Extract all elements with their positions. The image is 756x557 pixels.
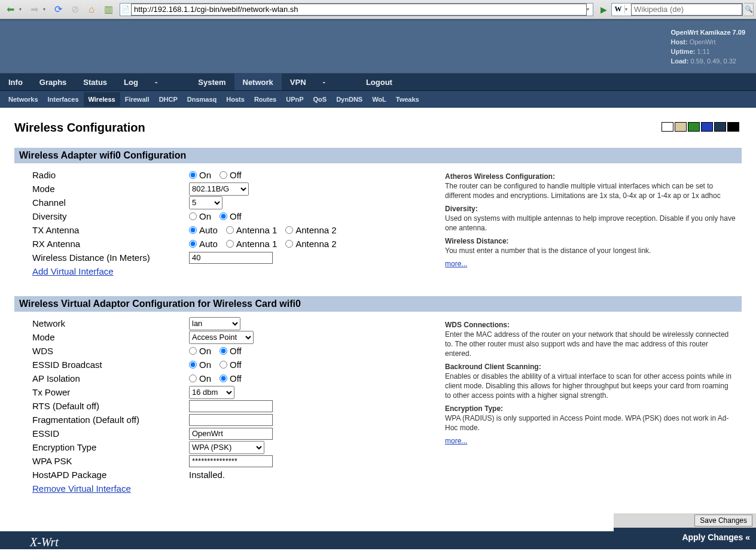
vmode-select[interactable]: Access Point: [189, 331, 254, 344]
newtab-button[interactable]: ▥: [100, 2, 116, 17]
distance-input[interactable]: [189, 252, 273, 264]
mainnav-log[interactable]: Log: [115, 74, 147, 90]
url-bar[interactable]: 📄 ▾: [120, 3, 593, 16]
distance-label: Wireless Distance (In Meters): [32, 252, 189, 263]
essidb-off[interactable]: [220, 361, 227, 369]
page-title: Wireless Configuration: [14, 121, 742, 135]
tx-auto[interactable]: [189, 226, 197, 234]
network-select[interactable]: lan: [189, 317, 240, 330]
mainnav-vpn[interactable]: VPN: [282, 74, 315, 90]
radio-off[interactable]: [220, 171, 227, 179]
tx-antenna-label: TX Antenna: [32, 225, 189, 235]
footer-brand: X-Wrt: [0, 531, 614, 549]
mainnav-info[interactable]: Info: [0, 74, 31, 90]
subnav-routes[interactable]: Routes: [249, 92, 281, 106]
wds-on[interactable]: [189, 347, 197, 355]
subnav-qos[interactable]: QoS: [309, 92, 332, 106]
url-input[interactable]: [131, 4, 587, 16]
subnav-upnp[interactable]: UPnP: [281, 92, 308, 106]
wds-off[interactable]: [220, 347, 227, 355]
essidb-on[interactable]: [189, 361, 197, 369]
mainnav-graphs[interactable]: Graphs: [31, 74, 75, 90]
hostapd-label: HostAPD Package: [32, 470, 189, 480]
apiso-on[interactable]: [189, 375, 197, 382]
subnav-dhcp[interactable]: DHCP: [154, 92, 182, 106]
apply-changes-link[interactable]: Apply Changes «: [614, 528, 756, 547]
tx-ant1[interactable]: [226, 226, 234, 234]
back-button[interactable]: ⬅: [2, 2, 18, 17]
enc-select[interactable]: WPA (PSK): [189, 441, 264, 454]
theme-swatch[interactable]: [688, 122, 700, 132]
rx-ant1[interactable]: [226, 240, 234, 248]
forward-dropdown[interactable]: ▾: [43, 7, 49, 12]
diversity-on[interactable]: [189, 212, 197, 220]
apiso-off[interactable]: [220, 375, 227, 382]
rx-auto[interactable]: [189, 240, 197, 248]
subnav-interfaces[interactable]: Interfaces: [43, 92, 84, 106]
channel-select[interactable]: 5: [189, 196, 222, 209]
rx-antenna-label: RX Antenna: [32, 239, 189, 249]
hostapd-value: Installed.: [189, 470, 225, 480]
theme-swatches: [662, 122, 739, 132]
forward-button[interactable]: ➡: [26, 2, 42, 17]
reload-button[interactable]: ⟳: [50, 2, 66, 17]
apiso-label: AP Isolation: [32, 373, 189, 383]
back-dropdown[interactable]: ▾: [19, 7, 25, 12]
essidb-label: ESSID Broadcast: [32, 360, 189, 370]
search-bar[interactable]: W ▾: [611, 3, 743, 16]
tx-ant2[interactable]: [285, 226, 293, 234]
page-icon: 📄: [120, 5, 131, 13]
section-adapter-header: Wireless Adapter wifi0 Configuration: [14, 148, 742, 163]
subnav-wol[interactable]: WoL: [367, 92, 391, 106]
subnav-dnsmasq[interactable]: Dnsmasq: [182, 92, 222, 106]
subnav-hosts[interactable]: Hosts: [221, 92, 249, 106]
add-virtual-interface-link[interactable]: Add Virtual Interface: [32, 266, 114, 276]
browser-toolbar: ⬅ ▾ ➡ ▾ ⟳ ⊘ ⌂ ▥ 📄 ▾ ▶ W ▾ 🔍: [0, 0, 756, 19]
subnav-tweaks[interactable]: Tweaks: [391, 92, 424, 106]
essid-input[interactable]: [189, 428, 273, 440]
search-engine-dropdown[interactable]: ▾: [625, 7, 631, 12]
url-dropdown[interactable]: ▾: [587, 7, 593, 12]
search-engine-icon[interactable]: W: [612, 5, 625, 14]
remove-virtual-interface-link[interactable]: Remove Virtual Interface: [32, 483, 131, 494]
mode-select[interactable]: 802.11B/G: [189, 182, 249, 196]
mode-label: Mode: [32, 184, 189, 194]
rts-input[interactable]: [189, 400, 273, 412]
diversity-off[interactable]: [220, 212, 227, 220]
mainnav-logout[interactable]: Logout: [358, 74, 401, 90]
diversity-label: Diversity: [32, 211, 189, 221]
frag-input[interactable]: [189, 414, 273, 426]
theme-swatch[interactable]: [675, 122, 687, 132]
home-button[interactable]: ⌂: [84, 2, 99, 17]
sub-nav: NetworksInterfacesWirelessFirewallDHCPDn…: [0, 91, 756, 108]
mainnav-status[interactable]: Status: [75, 74, 115, 90]
mainnav-system[interactable]: System: [190, 74, 234, 90]
theme-swatch[interactable]: [662, 122, 673, 132]
txpower-select[interactable]: 16 dbm: [189, 386, 234, 399]
theme-swatch[interactable]: [701, 122, 713, 132]
subnav-wireless[interactable]: Wireless: [84, 92, 120, 106]
stop-button[interactable]: ⊘: [67, 2, 83, 17]
section-virtual-header: Wireless Virtual Adaptor Configuration f…: [14, 296, 742, 312]
subnav-networks[interactable]: Networks: [4, 92, 43, 106]
save-changes-button[interactable]: Save Changes: [694, 515, 752, 526]
virtual-form: Network lan Mode Access Point WDS On Off…: [32, 316, 445, 495]
go-button[interactable]: ▶: [597, 3, 610, 16]
search-go-button[interactable]: 🔍: [744, 3, 754, 16]
search-input[interactable]: [631, 4, 742, 16]
virtual-more-link[interactable]: more...: [445, 437, 467, 445]
subnav-dyndns[interactable]: DynDNS: [331, 92, 367, 106]
subnav-firewall[interactable]: Firewall: [120, 92, 154, 106]
psk-label: WPA PSK: [32, 456, 189, 466]
theme-swatch[interactable]: [714, 122, 726, 132]
adapter-more-link[interactable]: more...: [445, 260, 467, 268]
rx-ant2[interactable]: [285, 240, 293, 248]
txpower-label: Tx Power: [32, 387, 189, 397]
radio-on[interactable]: [189, 171, 197, 179]
rts-label: RTS (Default off): [32, 401, 189, 411]
theme-swatch[interactable]: [727, 122, 739, 132]
header-info: OpenWrt Kamikaze 7.09 Host: OpenWrt Upti…: [670, 28, 745, 66]
psk-input[interactable]: [189, 455, 273, 467]
mainnav-network[interactable]: Network: [234, 74, 282, 90]
footer: Save Changes Apply Changes « X-Wrt: [0, 513, 756, 549]
